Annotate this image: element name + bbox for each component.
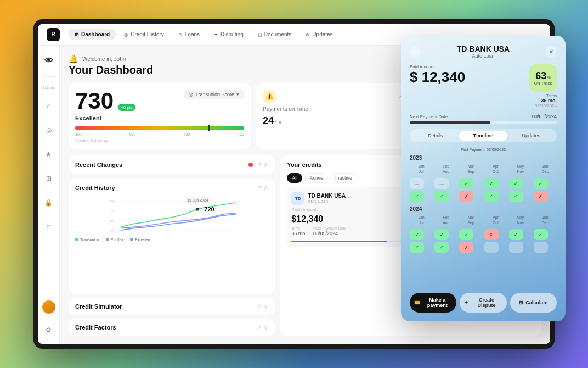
credit-history-icon: ◎: [124, 32, 128, 37]
loans-icon: ⊕: [178, 32, 183, 37]
2024-sep[interactable]: ✗: [459, 242, 473, 253]
2023-nov[interactable]: ✓: [509, 191, 523, 202]
filter-active[interactable]: Active: [304, 173, 328, 183]
tab-updates[interactable]: ⊗ Updates: [299, 29, 338, 40]
app-logo: R: [47, 28, 60, 41]
make-payment-button[interactable]: 💳 Make a payment: [410, 293, 456, 313]
filter-all[interactable]: All: [287, 173, 302, 183]
sidebar-item-settings[interactable]: ⚙: [41, 322, 56, 338]
2024-may[interactable]: ✓: [509, 229, 523, 240]
td-progress-bar-main: [410, 121, 550, 124]
months-2024-labels: Jan Feb Mar Apr May Jun Jul Aug Sep Oct …: [410, 215, 550, 225]
td-score-number: 63: [535, 71, 546, 81]
dispute-icon: ✦: [464, 300, 468, 305]
calculate-icon: ⊞: [519, 300, 523, 305]
create-dispute-button[interactable]: ✦ Create Dispute: [460, 293, 506, 313]
2023-feb[interactable]: —: [434, 178, 449, 189]
welcome-row: 🔔 Welcome in, John: [69, 54, 153, 63]
updates-icon: ⊗: [306, 32, 310, 37]
tab-loans[interactable]: ⊕ Loans: [172, 29, 206, 40]
score-card: 730 +6 pts Excellent ◎ Transunion Score …: [69, 83, 251, 149]
tab-credit-history[interactable]: ◎ Credit History: [118, 29, 170, 40]
td-overlay-header: ← TD BANK USA Auto Loan ✕: [410, 46, 550, 59]
page-title: Your Dashboard: [69, 63, 153, 76]
sidebar-avatar[interactable]: [42, 300, 55, 314]
year-2024: 2024 Jan Feb Mar Apr May Jun Jul Aug Sep…: [410, 206, 550, 253]
sidebar-item-grid[interactable]: ⊞: [41, 171, 56, 186]
svg-point-9: [196, 208, 199, 211]
tab-details[interactable]: Details: [411, 131, 459, 141]
filter-inactive[interactable]: Inactive: [330, 173, 357, 183]
2024-nov[interactable]: —: [509, 242, 523, 253]
transunion-score-button[interactable]: ◎ Transunion Score ▾: [184, 90, 244, 99]
score-label: Excellent: [75, 115, 135, 121]
credit-factors-expand[interactable]: ↗ ∨: [256, 324, 268, 331]
credit-history-collapse[interactable]: ↗ ∧: [256, 184, 268, 192]
2023-aug[interactable]: ✓: [434, 191, 449, 202]
td-tabs: Details Timeline Updates: [410, 129, 550, 142]
2023-jul[interactable]: ✓: [410, 191, 424, 202]
main-content: Actions ⌂ ◎ ★ ⊞ 🔒 ⊓ ⚙: [38, 46, 550, 344]
td-payment-info: Next Payment Date 03/05/2024: [410, 114, 550, 124]
sidebar-item-shield[interactable]: ⊓: [41, 219, 56, 235]
months-2023-labels: Jan Feb Mar Apr May Jun Jul Aug Sep Oct …: [410, 164, 550, 174]
payments-value: 24 / 38: [263, 115, 404, 127]
sidebar-item-home[interactable]: ⌂: [41, 98, 56, 114]
2023-mar[interactable]: ✓: [459, 178, 473, 189]
2024-oct[interactable]: —: [484, 242, 499, 253]
2023-apr[interactable]: ✓: [484, 178, 499, 189]
welcome-text: Welcome in, John: [82, 56, 126, 62]
credit-factors-title: Credit Factors: [75, 324, 116, 331]
2023-jun[interactable]: ✓: [534, 178, 548, 189]
td-score-label: On Track: [534, 81, 550, 86]
sidebar-item-search[interactable]: ◎: [41, 122, 56, 138]
sidebar: Actions ⌂ ◎ ★ ⊞ 🔒 ⊓ ⚙: [38, 46, 60, 344]
2023-dec[interactable]: ✗: [534, 191, 548, 202]
credit-simulator-card: Credit Simulator ↗ ∨: [69, 298, 275, 315]
2024-mar[interactable]: ✓: [459, 229, 473, 240]
2024-apr[interactable]: ✗: [484, 229, 499, 240]
tab-updates[interactable]: Updates: [507, 131, 550, 141]
td-back-button[interactable]: ←: [410, 46, 421, 57]
documents-icon: ◻: [258, 32, 262, 37]
td-bank-name: TD BANK USA: [308, 193, 346, 199]
tab-disputing[interactable]: ✦ Disputing: [208, 29, 250, 40]
2024-jul[interactable]: ✓: [410, 242, 424, 253]
sidebar-logo: [41, 52, 56, 68]
sidebar-item-star[interactable]: ★: [41, 147, 56, 162]
2024-jan[interactable]: ✓: [410, 229, 424, 240]
score-updated: Updated 5 days ago: [75, 138, 244, 142]
2023-may[interactable]: ✓: [509, 178, 523, 189]
td-close-button[interactable]: ✕: [546, 46, 550, 57]
2024-aug[interactable]: ✓: [434, 242, 449, 253]
chart-legend: Transunion Equifax Experian: [75, 238, 268, 242]
td-overlay-amount: $ 12,340: [410, 69, 529, 85]
payments-card-header: ⚠️ ↗: [263, 90, 404, 103]
calculate-button[interactable]: ⊞ Calculate: [510, 293, 550, 313]
tab-dashboard[interactable]: ⊞ Dashboard: [69, 29, 116, 40]
2023-sep[interactable]: ✗: [459, 191, 473, 202]
2023-oct[interactable]: ✓: [484, 191, 499, 202]
nav-tabs: ⊞ Dashboard ◎ Credit History ⊕ Loans ✦ D…: [69, 29, 339, 40]
tab-timeline[interactable]: Timeline: [459, 131, 507, 141]
collapse-icon[interactable]: ↗ ∧: [256, 161, 268, 169]
2024-jun[interactable]: ✓: [534, 229, 548, 240]
credit-factors-card: Credit Factors ↗ ∨: [69, 319, 275, 336]
svg-text:700: 700: [109, 229, 115, 232]
2023-jan[interactable]: —: [410, 178, 424, 189]
td-amount-section: Paid Amount $ 12,340: [410, 64, 529, 85]
credit-history-header: Credit History ↗ ∧: [75, 184, 268, 192]
sidebar-item-lock[interactable]: 🔒: [41, 195, 56, 210]
2024-dec[interactable]: —: [534, 242, 548, 253]
credit-simulator-expand[interactable]: ↗ ∨: [256, 303, 268, 310]
first-payment-label: First Payment: 03/09/2023: [410, 148, 550, 152]
left-bottom: Recent Changes ↗ ∧ Credit History: [69, 155, 275, 336]
payment-icon: 💳: [414, 300, 420, 305]
score-bar: [75, 126, 244, 130]
transunion-icon: ◎: [189, 92, 193, 97]
2024-feb[interactable]: ✓: [434, 229, 449, 240]
credit-simulator-title: Credit Simulator: [75, 303, 122, 310]
svg-text:710: 710: [109, 219, 115, 222]
tab-documents[interactable]: ◻ Documents: [252, 29, 298, 40]
td-score-unit: %: [547, 76, 550, 80]
